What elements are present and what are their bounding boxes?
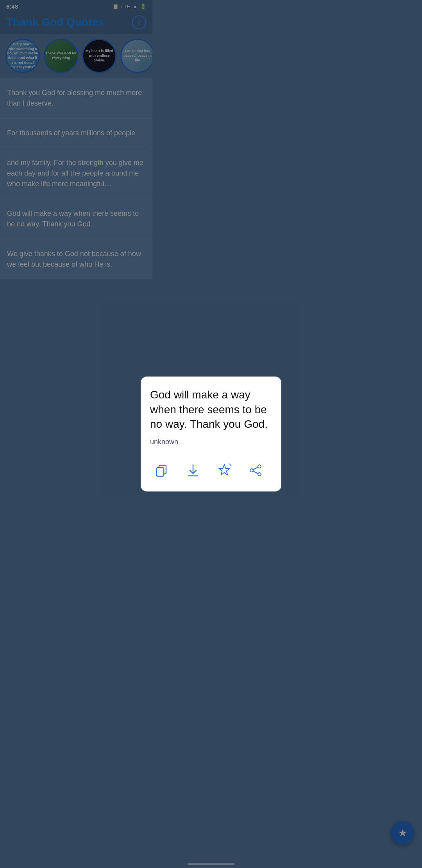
modal-overlay[interactable]: God will make a way when there seems to … [0,0,152,375]
